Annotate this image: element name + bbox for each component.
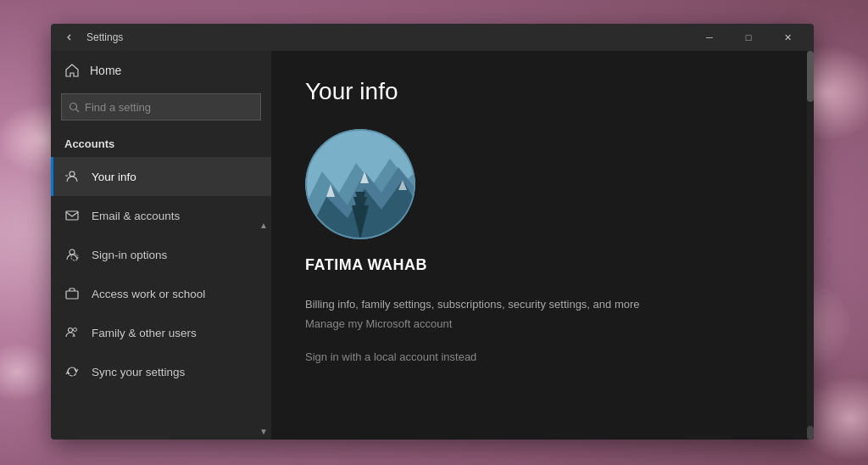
sidebar-item-label: Email & accounts [92,210,180,222]
search-input[interactable] [85,101,253,114]
titlebar: Settings ─ □ ✕ [51,24,814,51]
svg-point-5 [70,249,75,255]
sidebar-item-email-accounts[interactable]: Email & accounts [51,196,271,235]
sidebar-section-label: Accounts [51,131,271,157]
search-icon [69,102,80,113]
manage-microsoft-account-link[interactable]: Manage my Microsoft account [305,317,780,330]
envelope-icon [64,208,80,223]
svg-point-2 [70,171,75,176]
scroll-down-indicator: ▼ [259,427,268,436]
maximize-button[interactable]: □ [729,24,768,51]
person-icon [64,169,80,184]
sidebar-item-label: Sign-in options [92,249,167,261]
window-title: Settings [86,31,690,43]
main-scrollbar[interactable] [807,51,814,440]
user-name: FATIMA WAHAB [305,256,780,274]
home-label: Home [90,64,121,77]
sidebar-items: Your info Email & accounts [51,157,271,440]
sidebar-item-sync[interactable]: Sync your settings [51,352,271,391]
svg-point-0 [70,103,77,109]
sidebar-item-home[interactable]: Home [51,51,271,90]
home-icon [64,63,80,78]
scrollbar-thumb-bottom [807,426,814,440]
user-avatar [305,129,415,239]
sign-in-local-account-link[interactable]: Sign in with a local account instead [305,350,780,363]
settings-window: Settings ─ □ ✕ Home [51,24,814,440]
briefcase-icon [64,286,80,301]
sidebar-item-your-info[interactable]: Your info [51,157,271,196]
scrollbar-thumb-top [807,51,814,102]
signin-icon [64,247,80,262]
main-content: Your info [271,51,814,440]
sidebar-item-signin-options[interactable]: Sign-in options [51,235,271,274]
svg-point-9 [74,328,77,332]
sidebar-item-label: Access work or school [92,288,205,300]
sidebar-item-label: Your info [92,171,136,183]
sync-icon [64,364,80,379]
page-title: Your info [305,78,780,105]
sidebar-item-family[interactable]: Family & other users [51,313,271,352]
window-controls: ─ □ ✕ [690,24,807,51]
scroll-up-indicator: ▲ [259,221,268,230]
people-icon [64,325,80,340]
window-body: Home Accounts [51,51,814,440]
svg-rect-7 [66,291,78,299]
sidebar: Home Accounts [51,51,271,440]
minimize-button[interactable]: ─ [690,24,729,51]
svg-point-8 [69,328,73,333]
close-button[interactable]: ✕ [768,24,807,51]
svg-line-1 [76,109,80,112]
svg-rect-4 [66,211,78,220]
sidebar-item-access-work[interactable]: Access work or school [51,274,271,313]
sidebar-search[interactable] [61,93,261,120]
sidebar-item-label: Family & other users [92,327,197,339]
back-button[interactable] [58,25,81,49]
sidebar-item-label: Sync your settings [92,366,185,378]
billing-info-text: Billing info, family settings, subscript… [305,298,729,311]
